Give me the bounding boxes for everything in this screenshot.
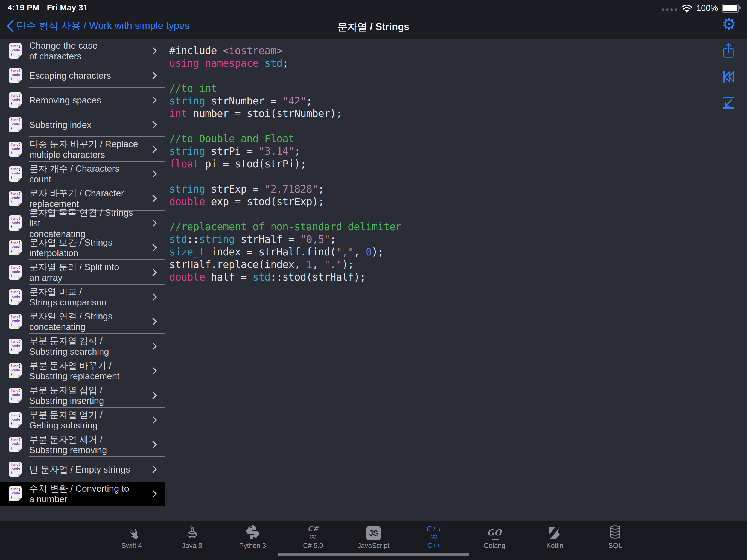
jump-to-start-icon[interactable] (722, 71, 736, 86)
battery-percent: 100% (696, 3, 718, 13)
chevron-right-icon (149, 367, 157, 375)
code-line: int number = stoi(strNumber); (169, 107, 712, 120)
javascript-icon: JS (366, 524, 381, 540)
sidebar-item-label: 문자열 분리 / Split intoan array (29, 262, 119, 283)
sidebar-item[interactable]: func{code}수치 변환 / Converting toa number (0, 482, 164, 506)
func-code-icon: func{code} (9, 265, 22, 280)
chevron-right-icon (149, 318, 157, 325)
chevron-right-icon (149, 170, 157, 178)
sidebar-item-label: Removing spaces (29, 95, 101, 105)
func-code-icon: func{code} (9, 240, 22, 255)
code-line (169, 170, 712, 183)
sidebar-item-label: Substring index (29, 120, 91, 130)
settings-gear-icon[interactable]: ⚙ (720, 15, 738, 33)
tab-javascript[interactable]: JSJavaScript (343, 521, 404, 550)
battery-icon (722, 4, 739, 13)
chevron-right-icon (149, 416, 157, 424)
tab-sql[interactable]: SQL (585, 521, 646, 550)
tab-python-3[interactable]: Python 3 (222, 521, 283, 550)
code-line: //to int (169, 82, 712, 95)
tab-golang[interactable]: GOGolang (464, 521, 525, 550)
sidebar-item[interactable]: func{code}부분 문자열 바꾸기 /Substring replacem… (0, 358, 164, 383)
chevron-right-icon (149, 391, 157, 399)
sidebar-item[interactable]: func{code}문자열 연결 / Stringsconcatenating (0, 309, 164, 334)
chevron-right-icon (149, 195, 157, 202)
sidebar-item-label: 문자열 보간 / Stringsinterpolation (29, 237, 112, 258)
func-code-icon: func{code} (9, 289, 22, 305)
status-time: 4:19 PM (8, 3, 39, 12)
cpp-icon: C++∞ (426, 524, 442, 540)
wifi-icon (681, 4, 693, 12)
tab-label: Swift 4 (121, 542, 142, 550)
tab-label: Kotlin (546, 542, 564, 550)
sidebar-item-label: 문자열 비교 /Strings comparison (29, 286, 106, 308)
chevron-right-icon (149, 47, 157, 55)
chevron-right-icon (149, 293, 157, 301)
chevron-right-icon (149, 465, 157, 473)
sidebar-item-label: Change the caseof characters (29, 40, 98, 61)
func-code-icon: func{code} (9, 142, 22, 157)
code-line (169, 70, 712, 82)
tab-c-5-0[interactable]: C#∞C# 5.0 (283, 521, 343, 550)
sidebar-item-label: 수치 변환 / Converting toa number (29, 483, 129, 505)
tab-java-8[interactable]: Java 8 (162, 521, 222, 550)
func-code-icon: func{code} (9, 437, 22, 452)
func-code-icon: func{code} (9, 363, 22, 378)
tab-label: C++ (428, 542, 440, 550)
code-line: std::string strHalf = "0,5"; (169, 233, 712, 246)
func-code-icon: func{code} (9, 93, 22, 108)
tab-label: Java 8 (182, 542, 202, 550)
sidebar-item[interactable]: func{code}부분 문자열 검색 /Substring searching (0, 334, 164, 358)
tab-c[interactable]: C++∞C++ (404, 521, 464, 550)
func-code-icon: func{code} (9, 462, 22, 477)
status-bar-right: 100% (662, 3, 739, 13)
code-line: size_t index = strHalf.find(",", 0); (169, 246, 712, 258)
sidebar-item[interactable]: func{code}부분 문자열 얻기 /Getting substring (0, 408, 164, 432)
tab-swift-4[interactable]: Swift 4 (101, 521, 162, 550)
sidebar-item[interactable]: func{code}부분 문자열 제거 /Substring removing (0, 432, 164, 457)
chevron-right-icon (149, 121, 157, 128)
sidebar-item[interactable]: func{code}부분 문자열 삽입 /Substring inserting (0, 383, 164, 408)
chevron-right-icon (149, 96, 157, 104)
sidebar-item[interactable]: func{code}문자열 목록 연결 / Strings listconcat… (0, 211, 164, 235)
sidebar-item-label: 문자열 목록 연결 / Strings listconcatenating (29, 207, 143, 239)
back-chevron-icon (6, 20, 14, 32)
sidebar-item[interactable]: func{code}Change the caseof characters (0, 39, 164, 63)
func-code-icon: func{code} (9, 486, 22, 502)
code-line: string strExp = "2.71828"; (169, 183, 712, 196)
tab-label: C# 5.0 (303, 542, 323, 550)
tab-kotlin[interactable]: Kotlin (525, 521, 585, 550)
collapse-icon[interactable] (722, 96, 736, 112)
sidebar-item[interactable]: func{code}Substring index (0, 112, 164, 137)
func-code-icon: func{code} (9, 166, 22, 182)
sidebar-item-label: Escaping characters (29, 70, 111, 81)
sidebar-item[interactable]: func{code}문자열 보간 / Stringsinterpolation (0, 235, 164, 260)
share-icon[interactable] (722, 43, 736, 58)
swift-icon (124, 524, 139, 540)
func-code-icon: func{code} (9, 215, 22, 231)
tab-label: Golang (483, 542, 506, 550)
sidebar-item-label: 문자 개수 / Characters count (29, 163, 143, 184)
sidebar-item-label: 다중 문자 바꾸기 / Replacemultiple characters (29, 138, 138, 160)
kotlin-icon (548, 524, 562, 540)
chevron-right-icon (149, 219, 157, 227)
java-icon (185, 524, 200, 540)
func-code-icon: func{code} (9, 43, 22, 58)
sidebar-item-label: 빈 문자열 / Empty strings (29, 464, 130, 475)
func-code-icon: func{code} (9, 338, 22, 354)
sidebar-item[interactable]: func{code}문자 개수 / Characters count (0, 161, 164, 186)
sidebar-item[interactable]: func{code}Removing spaces (0, 88, 164, 112)
sidebar-item[interactable]: func{code}Escaping characters (0, 63, 164, 88)
chevron-right-icon (149, 146, 157, 153)
sidebar-item[interactable]: func{code}문자열 비교 /Strings comparison (0, 285, 164, 309)
sidebar-item[interactable]: func{code}빈 문자열 / Empty strings (0, 457, 164, 482)
sidebar-item[interactable]: func{code}문자열 분리 / Split intoan array (0, 260, 164, 285)
status-date: Fri May 31 (47, 3, 88, 12)
home-indicator[interactable] (278, 553, 469, 556)
chevron-right-icon (149, 490, 157, 498)
code-pane[interactable]: #include <iostream>using namespace std;/… (164, 39, 747, 521)
back-button[interactable]: 단수 형식 사용 / Work with simple types (6, 19, 189, 32)
func-code-icon: func{code} (9, 68, 22, 83)
sidebar-item[interactable]: func{code}다중 문자 바꾸기 / Replacemultiple ch… (0, 137, 164, 161)
code-line: //replacement of non-standard delimiter (169, 221, 712, 233)
